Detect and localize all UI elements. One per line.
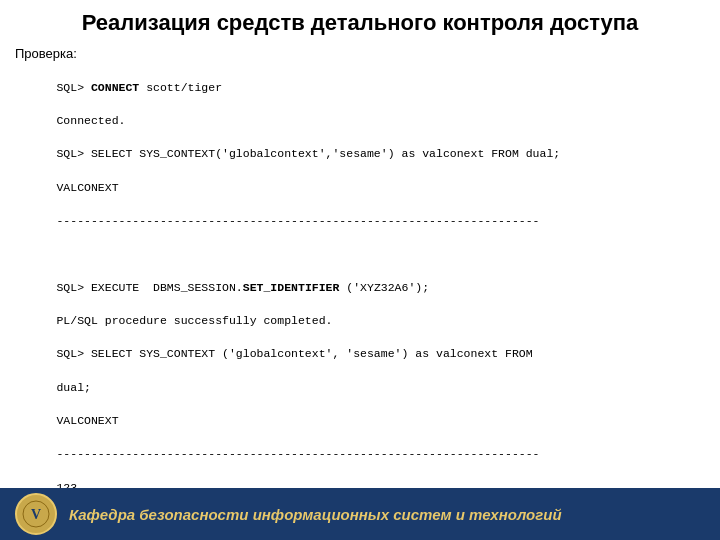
section-label: Проверка:: [15, 46, 705, 61]
code-line-6: [56, 247, 63, 260]
code-line-9: SQL> SELECT SYS_CONTEXT ('globalcontext'…: [56, 347, 532, 360]
code-line-8: PL/SQL procedure successfully completed.: [56, 314, 332, 327]
footer: V Кафедра безопасности информационных си…: [0, 488, 720, 540]
code-line-3: SQL> SELECT SYS_CONTEXT('globalcontext',…: [56, 147, 560, 160]
code-line-7: SQL> EXECUTE DBMS_SESSION.SET_IDENTIFIER…: [56, 281, 429, 294]
code-line-10: dual;: [56, 381, 91, 394]
code-line-12: ----------------------------------------…: [56, 447, 539, 460]
page-title: Реализация средств детального контроля д…: [15, 10, 705, 36]
code-line-1: SQL> CONNECT scott/tiger: [56, 81, 222, 94]
svg-text:V: V: [31, 507, 41, 522]
footer-text: Кафедра безопасности информационных сист…: [69, 506, 562, 523]
footer-logo: V: [15, 493, 57, 535]
code-line-2: Connected.: [56, 114, 125, 127]
code-line-11: VALCONEXT: [56, 414, 118, 427]
code-line-13: 123: [56, 481, 77, 488]
code-line-5: ----------------------------------------…: [56, 214, 539, 227]
code-line-4: VALCONEXT: [56, 181, 118, 194]
main-container: Реализация средств детального контроля д…: [0, 0, 720, 540]
code-block: SQL> CONNECT scott/tiger Connected. SQL>…: [15, 63, 705, 488]
content-area: Реализация средств детального контроля д…: [0, 0, 720, 488]
